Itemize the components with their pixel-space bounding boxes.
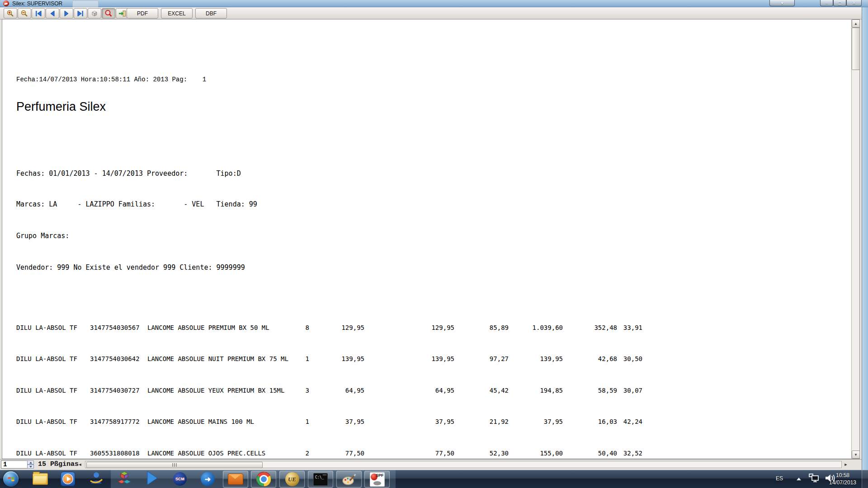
cubes-app-icon[interactable] [117,471,132,487]
paint-button[interactable] [336,471,362,488]
table-row: DILU LA-ABSOL TF 3147754030567 LANCOME A… [2,324,859,332]
network-icon [808,473,820,483]
cube-icon [90,9,99,18]
vertical-scrollbar[interactable]: ▲ ▼ [851,19,859,459]
cell-total: 1.039,60 [500,324,563,331]
hscroll-right-button[interactable]: ► [843,461,849,468]
report-filter-brands: Marcas: LA - LAZIPPO Familias: - VEL Tie… [16,200,257,208]
maximize-button[interactable]: ▢ [833,0,846,6]
cell-pvp2: 64,95 [400,387,454,394]
spf-label: SPF [376,473,384,478]
dbf-button[interactable]: DBF [195,8,227,19]
spf-app-button[interactable]: SPF [364,471,390,488]
search-button[interactable] [102,8,115,19]
report-preview: Fecha:14/07/2013 Hora:10:58:11 Año: 2013… [2,19,860,459]
page-down-button[interactable] [27,465,34,469]
mail-app-button[interactable] [223,471,248,488]
next-page-button[interactable] [60,8,73,19]
table-row: DILU LA-ABSOL TF 3147758917772 LANCOME A… [2,418,859,426]
table-row: DILU LA-ABSOL TF 3605531808018 LANCOME A… [2,450,859,458]
tray-time: 10:58 [826,472,860,479]
zoom-in-button[interactable] [4,8,17,19]
page-number-input[interactable]: 1 [1,460,28,469]
last-page-button[interactable] [74,8,87,19]
cell-pvp: 37,95 [310,418,364,425]
scm-app-icon[interactable]: SCM [173,472,187,486]
dropdown-button[interactable]: ▾ [769,0,795,6]
command-prompt-button[interactable]: C:\_ [308,471,333,488]
network-tray-icon[interactable] [808,473,820,485]
cell-pct: 30,07 [606,387,642,394]
media-player-icon[interactable] [61,472,75,486]
spinner-up-icon [29,462,32,464]
print-button[interactable] [88,8,101,19]
horizontal-scroll-thumb[interactable] [86,462,263,468]
show-desktop-button[interactable] [862,470,868,488]
cell-brand: DILU LA-ABSOL TF [16,324,84,331]
chrome-icon [256,472,271,487]
scroll-down-button[interactable]: ▼ [852,450,860,459]
cell-brand: DILU LA-ABSOL TF [16,418,84,425]
chevron-down-icon: ▾ [781,1,783,5]
titlebar-artifact [72,0,99,7]
cell-pvp: 139,95 [310,355,364,362]
report-title: Perfumeria Silex [16,100,106,114]
hscroll-left-button[interactable]: ◄ [77,461,83,468]
minimize-button[interactable]: – [820,0,833,6]
cell-pvp: 64,95 [310,387,364,394]
scroll-grip-icon [172,463,177,467]
start-button[interactable] [3,471,19,487]
ultraedit-button[interactable]: UE [279,471,305,488]
cell-ean: 3147754030727 [90,387,149,394]
windows-explorer-icon[interactable] [33,473,48,485]
titlebar: Silex: SUPERVISOR ▾ – ▢ ✕ [0,0,868,7]
taskbar: SCM ➜ UE C:\_ SPF ES [0,470,868,488]
language-indicator[interactable]: ES [776,475,783,482]
cell-pvp2: 129,95 [400,324,454,331]
zoom-out-icon [20,9,28,18]
exit-door-icon [118,9,127,18]
first-page-button[interactable] [32,8,45,19]
cell-total: 139,95 [500,355,563,362]
search-icon [104,9,113,18]
toolbar: PDF EXCEL DBF [0,7,862,19]
app-window: PDF EXCEL DBF Fecha:14/07/2013 Hora:10:5… [0,7,862,470]
next-page-icon [62,9,71,18]
messenger-icon[interactable] [89,471,104,487]
paint-palette-icon [342,473,356,486]
table-row: DILU LA-ABSOL TF 3147754030642 LANCOME A… [2,355,859,363]
cell-qty: 2 [273,450,309,457]
previous-page-button[interactable] [46,8,59,19]
table-row: DILU LA-ABSOL TF 3147754030727 LANCOME A… [2,387,859,395]
navigator-app-icon[interactable]: ➜ [201,472,215,486]
cell-pct: 42,24 [606,418,642,425]
chrome-button[interactable] [251,471,276,488]
pdf-button[interactable]: PDF [127,8,158,19]
report-filter-group: Grupo Marcas: [16,232,69,240]
cell-brand: DILU LA-ABSOL TF [16,355,84,362]
scroll-up-button[interactable]: ▲ [852,19,860,28]
page-up-button[interactable] [27,460,34,465]
excel-button[interactable]: EXCEL [161,8,193,19]
zoom-out-button[interactable] [18,8,31,19]
cell-total: 155,00 [500,450,563,457]
scm-sphere-icon: SCM [173,472,187,486]
cell-ean: 3605531808018 [90,450,149,457]
cell-qty: 3 [273,387,309,394]
zoom-in-icon [6,9,14,18]
media-play-app-icon[interactable] [146,470,159,488]
windows-flag-icon [7,475,15,483]
horizontal-scrollbar[interactable] [85,461,842,468]
cell-pvp2: 37,95 [400,418,454,425]
ultraedit-icon: UE [285,472,299,486]
cell-brand: DILU LA-ABSOL TF [16,450,84,457]
terminal-prompt-label: C:\_ [315,475,324,479]
vertical-scroll-thumb[interactable] [852,28,860,70]
cell-pvp: 129,95 [310,324,364,331]
close-icon: ✕ [852,1,856,5]
show-hidden-icons-button[interactable] [796,475,802,483]
cell-total: 194,85 [500,387,563,394]
tray-clock[interactable]: 10:58 14/07/2013 [826,472,860,486]
close-button[interactable]: ✕ [846,0,862,6]
tray-date: 14/07/2013 [826,479,860,486]
